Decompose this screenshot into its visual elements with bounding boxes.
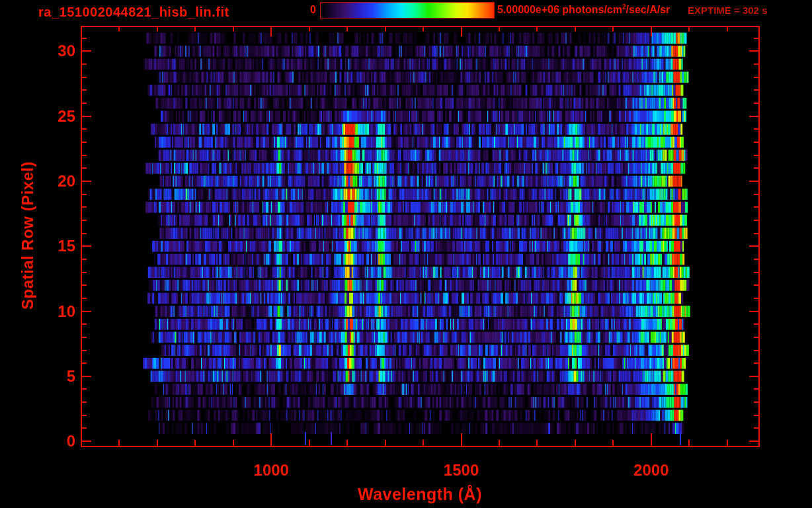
colorbar-units-prefix: photons/cm <box>559 4 622 15</box>
x-tick-label: 1000 <box>231 461 311 480</box>
y-tick-label: 0 <box>24 432 75 450</box>
exptime-label: EXPTIME = 302 s <box>688 5 767 16</box>
y-tick-label: 25 <box>24 107 75 126</box>
colorbar-min-label: 0 <box>284 4 316 16</box>
y-tick-label: 10 <box>24 302 75 321</box>
y-tick-label: 20 <box>24 172 75 190</box>
x-tick-label: 2000 <box>612 461 691 480</box>
y-tick-label: 5 <box>24 367 75 386</box>
spectrogram-plot-canvas <box>0 0 812 508</box>
y-tick-label: 30 <box>24 42 75 60</box>
y-tick-label: 15 <box>24 237 75 255</box>
spectrogram-window: ra_151002044821_hisb_lin.fit 0 5.00000e+… <box>0 0 812 508</box>
x-tick-label: 1500 <box>422 461 501 480</box>
colorbar-max-label: 5.00000e+06 photons/cm2/sec/A/sr <box>497 3 670 16</box>
colorbar-units-suffix: /sec/A/sr <box>626 4 670 15</box>
plot-title: ra_151002044821_hisb_lin.fit <box>38 5 229 20</box>
colorbar-max-value: 5.00000e+06 <box>497 4 559 15</box>
x-axis-title: Wavelength (Å) <box>321 485 519 504</box>
